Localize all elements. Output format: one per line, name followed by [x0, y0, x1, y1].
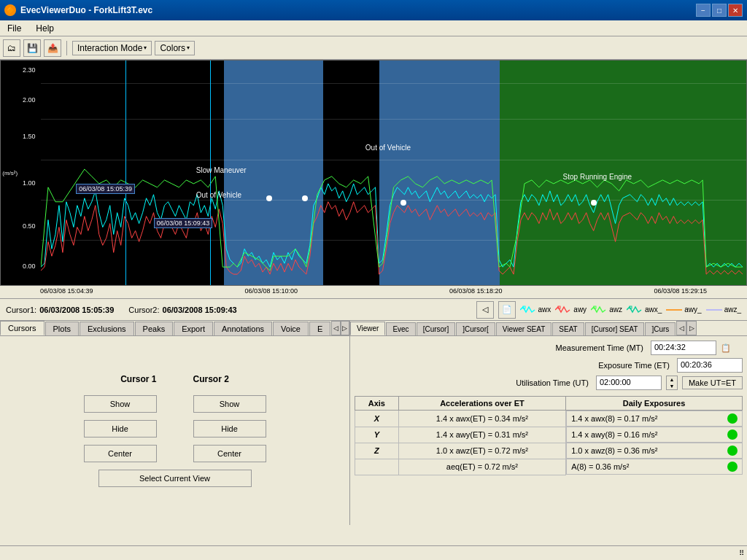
minimize-button[interactable]: − — [696, 4, 711, 17]
tab-e[interactable]: E — [309, 322, 330, 335]
show-btn-row: Show Show — [84, 395, 266, 413]
y-label-100: 1.00 — [23, 179, 36, 187]
app-icon: 🔶 — [4, 4, 16, 16]
colors-dropdown[interactable]: Colors ▾ — [155, 41, 195, 55]
right-tab-cursor-left[interactable]: [Cursor] — [417, 322, 456, 335]
legend-awy-icon — [555, 305, 571, 315]
utilisation-spinner[interactable]: ▲ ▼ — [666, 376, 678, 390]
annotation-out-of-vehicle-2: Out of Vehicle — [365, 144, 411, 152]
colors-label: Colors — [160, 43, 185, 53]
tab-plots[interactable]: Plots — [45, 322, 79, 335]
table-row-y: Y 1.4 x awy(ET) = 0.31 m/s² 1.4 x awy(8)… — [355, 427, 743, 443]
tab-peaks[interactable]: Peaks — [135, 322, 174, 335]
status-dot-y — [727, 429, 738, 440]
right-tab-curs[interactable]: ]Curs — [645, 322, 676, 335]
cursor1-show-button[interactable]: Show — [84, 395, 157, 413]
legend-awy_: awy_ — [666, 305, 701, 315]
legend-awz_: awz_ — [706, 305, 741, 315]
spinner-up-button[interactable]: ▲ — [667, 376, 677, 383]
toolbar-btn-1[interactable]: 🗂 — [3, 39, 20, 57]
svg-rect-3 — [630, 306, 632, 308]
right-tab-viewer[interactable]: Viewer — [350, 322, 385, 335]
accel-aeq: aeq(ET) = 0.72 m/s² — [398, 459, 565, 475]
cursor-line-1[interactable] — [125, 61, 126, 285]
status-bar: ⠿ — [0, 545, 747, 560]
tab-annotations[interactable]: Annotations — [214, 322, 272, 335]
file-menu[interactable]: File — [3, 22, 26, 35]
axis-y: Y — [355, 427, 399, 443]
cursors-panel-content: Cursor 1 Cursor 2 Show Show Hide Hide Ce… — [0, 336, 349, 525]
legend-awz-icon — [591, 305, 607, 315]
tab-scroll-left[interactable]: ◁ — [331, 321, 340, 335]
tab-voice[interactable]: Voice — [273, 322, 309, 335]
cursor2-col-label: Cursor 2 — [193, 374, 229, 384]
toolbar-btn-3[interactable]: 📤 — [44, 39, 61, 57]
cursor2-hide-button[interactable]: Hide — [193, 420, 266, 438]
close-button[interactable]: ✕ — [728, 4, 743, 17]
exposure-time-row: Exposure Time (ET) 00:20:36 — [355, 358, 743, 373]
tab-cursors[interactable]: Cursors — [0, 321, 44, 335]
cursor1-info: Cursor1: 06/03/2008 15:05:39 — [6, 306, 114, 314]
measurement-time-row: Measurement Time (MT) 00:24:32 📋 — [355, 341, 743, 355]
status-dot-x — [727, 413, 738, 424]
cursor2-show-button[interactable]: Show — [193, 395, 266, 413]
copy-icon-area[interactable]: 📋 — [721, 343, 743, 353]
utilisation-time-value[interactable]: 02:00:00 — [596, 376, 662, 390]
make-ut-et-button[interactable]: Make UT=ET — [682, 376, 743, 389]
daily-y: 1.4 x awy(8) = 0.16 m/s² — [566, 427, 742, 443]
chart-container[interactable]: aw (m/s²) 2.30 2.00 1.50 1.00 0.50 0.00 — [0, 60, 747, 286]
svg-rect-1 — [558, 306, 560, 308]
tab-exclusions[interactable]: Exclusions — [80, 322, 134, 335]
help-menu[interactable]: Help — [31, 22, 58, 35]
cursor1-center-button[interactable]: Center — [84, 445, 157, 462]
legend-awx-icon — [520, 305, 536, 315]
svg-rect-2 — [594, 306, 596, 308]
legend-icon-page[interactable]: 📄 — [498, 301, 516, 319]
right-tab-scroll-right[interactable]: ▷ — [686, 321, 697, 335]
legend-awx_-icon — [627, 305, 643, 315]
legend-awx_-label: awx_ — [645, 306, 662, 314]
tab-scroll-right[interactable]: ▷ — [341, 321, 349, 335]
resize-handle[interactable]: ⠿ — [739, 549, 744, 557]
cursor2-center-button[interactable]: Center — [193, 445, 266, 462]
accel-x: 1.4 x awx(ET) = 0.34 m/s² — [398, 411, 565, 427]
exposure-time-label: Exposure Time (ET) — [355, 361, 673, 370]
tabs-container: Cursors Plots Exclusions Peaks Export An… — [0, 321, 747, 525]
center-btn-row: Center Center — [84, 445, 266, 462]
select-current-view-button[interactable]: Select Current View — [98, 470, 252, 487]
tab-export[interactable]: Export — [174, 322, 213, 335]
cursor1-value: 06/03/2008 15:05:39 — [39, 306, 114, 314]
cursor2-info: Cursor2: 06/03/2008 15:09:43 — [128, 306, 236, 314]
maximize-button[interactable]: □ — [712, 4, 727, 17]
y-label-050: 0.50 — [23, 222, 36, 230]
legend-awy: awy — [555, 305, 587, 315]
y-label-150: 1.50 — [23, 133, 36, 140]
toolbar-btn-2[interactable]: 💾 — [23, 39, 41, 57]
legend-icon-back[interactable]: ◁ — [476, 301, 494, 319]
chart-area[interactable]: 06/03/08 15:05:39 06/03/08 15:09:43 Slow… — [41, 61, 746, 285]
table-header-axis: Axis — [355, 397, 399, 411]
window-title: EvecViewerDuo - ForkLift3T.evc — [20, 5, 152, 15]
right-tab-cursor-right[interactable]: ]Cursor[ — [456, 322, 495, 335]
legend-awz: awz — [591, 305, 622, 315]
interaction-mode-dropdown[interactable]: Interaction Mode ▾ — [72, 41, 152, 55]
copy-icon[interactable]: 📋 — [721, 343, 731, 352]
x-axis: 06/03/08 15:04:39 06/03/08 15:10:00 06/0… — [0, 286, 747, 299]
right-tab-bar: Viewer Evec [Cursor] ]Cursor[ Viewer SEA… — [350, 321, 747, 336]
right-tab-cursor-seat[interactable]: [Cursor] SEAT — [585, 322, 645, 335]
daily-z: 1.0 x awz(8) = 0.36 m/s² — [566, 443, 742, 459]
table-header-accel: Accelerations over ET — [398, 397, 565, 411]
table-row-z: Z 1.0 x awz(ET) = 0.72 m/s² 1.0 x awz(8)… — [355, 443, 743, 459]
right-panel: Viewer Evec [Cursor] ]Cursor[ Viewer SEA… — [350, 321, 747, 525]
cursor1-hide-button[interactable]: Hide — [84, 420, 157, 438]
right-tab-seat[interactable]: SEAT — [552, 322, 584, 335]
menu-bar: File Help — [0, 20, 747, 36]
x-label-1: 06/03/08 15:04:39 — [40, 287, 93, 297]
right-tab-scroll-left[interactable]: ◁ — [676, 321, 686, 335]
right-tab-viewer-seat[interactable]: Viewer SEAT — [496, 322, 552, 335]
annotation-out-of-vehicle-1: Out of Vehicle — [196, 191, 241, 199]
right-tab-evec[interactable]: Evec — [386, 322, 415, 335]
spinner-down-button[interactable]: ▼ — [667, 383, 677, 389]
daily-x: 1.4 x awx(8) = 0.17 m/s² — [566, 411, 742, 427]
utilisation-time-label: Utilisation Time (UT) — [355, 378, 592, 387]
